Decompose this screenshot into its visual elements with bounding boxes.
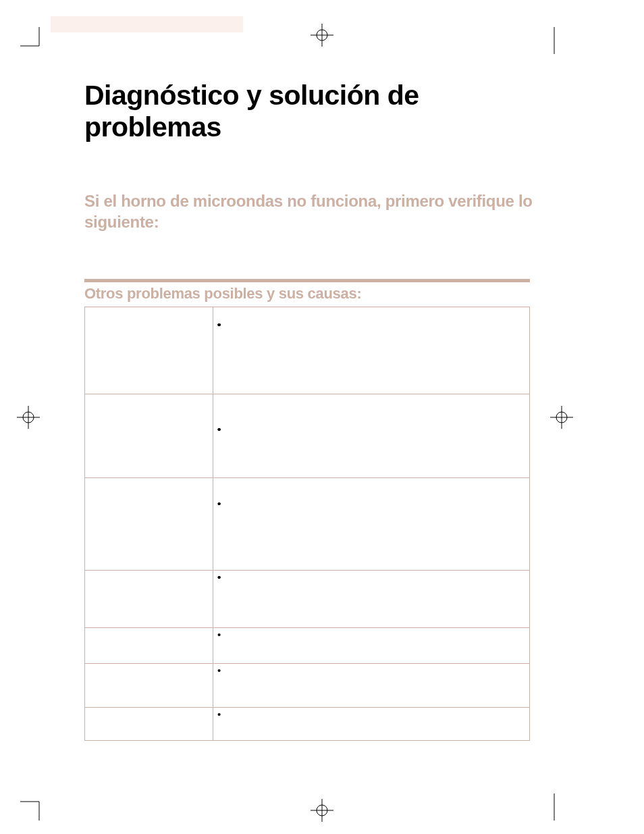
problem-cell bbox=[85, 663, 213, 707]
table-row bbox=[85, 707, 530, 740]
causes-cell bbox=[213, 627, 530, 663]
highlight-bar bbox=[51, 16, 243, 32]
page-title: Diagnóstico y solución de problemas bbox=[84, 80, 543, 143]
causes-cell bbox=[213, 394, 530, 477]
crop-mark-bottom-left bbox=[20, 793, 47, 820]
table-row bbox=[85, 663, 530, 707]
table-top-rule bbox=[84, 279, 530, 282]
registration-mark-right bbox=[550, 406, 573, 429]
crop-mark-top-left bbox=[20, 27, 47, 54]
table-row bbox=[85, 307, 530, 394]
table-row bbox=[85, 570, 530, 627]
troubleshooting-table-section: Otros problemas posibles y sus causas: bbox=[84, 279, 530, 741]
causes-cell bbox=[213, 477, 530, 570]
page-subtitle: Si el horno de microondas no funciona, p… bbox=[84, 190, 543, 232]
problem-cell bbox=[85, 707, 213, 740]
page-content: Diagnóstico y solución de problemas Si e… bbox=[84, 80, 543, 741]
table-row bbox=[85, 394, 530, 477]
problem-cell bbox=[85, 477, 213, 570]
crop-mark-bottom-right bbox=[546, 793, 573, 820]
problem-cell bbox=[85, 394, 213, 477]
crop-mark-top-right bbox=[546, 27, 573, 54]
troubleshooting-table bbox=[84, 307, 530, 741]
causes-cell bbox=[213, 570, 530, 627]
table-row bbox=[85, 477, 530, 570]
registration-mark-bottom bbox=[311, 799, 333, 822]
table-title: Otros problemas posibles y sus causas: bbox=[84, 285, 530, 303]
problem-cell bbox=[85, 570, 213, 627]
registration-mark-left bbox=[17, 406, 40, 429]
causes-cell bbox=[213, 663, 530, 707]
table-row bbox=[85, 627, 530, 663]
problem-cell bbox=[85, 307, 213, 394]
registration-mark-top bbox=[311, 24, 333, 47]
causes-cell bbox=[213, 707, 530, 740]
problem-cell bbox=[85, 627, 213, 663]
causes-cell bbox=[213, 307, 530, 394]
